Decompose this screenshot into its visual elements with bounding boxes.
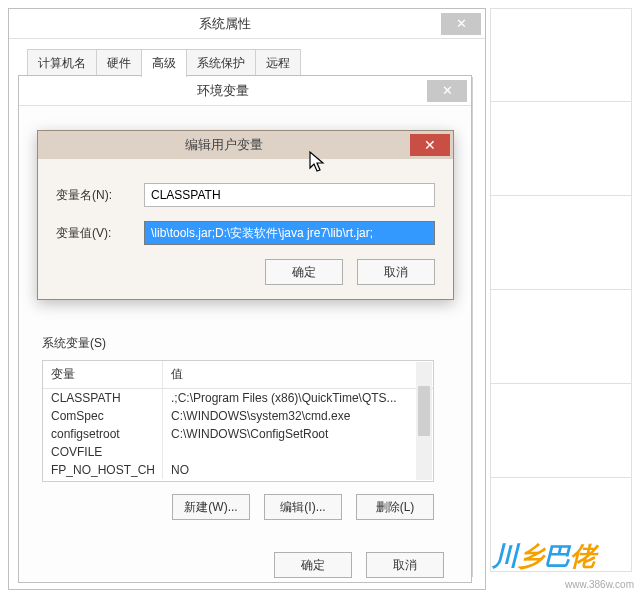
variable-value-row: 变量值(V): (56, 221, 435, 245)
header-value: 值 (163, 361, 433, 388)
table-row[interactable]: configsetrootC:\WINDOWS\ConfigSetRoot (43, 425, 433, 443)
window-title: 环境变量 (19, 82, 427, 100)
right-blank-column (490, 8, 632, 572)
ok-button[interactable]: 确定 (274, 552, 352, 578)
tab-hardware[interactable]: 硬件 (96, 49, 142, 77)
variable-value-input[interactable] (144, 221, 435, 245)
variable-name-input[interactable] (144, 183, 435, 207)
dialog-buttons: 确定 取消 (56, 259, 435, 285)
ok-button[interactable]: 确定 (265, 259, 343, 285)
env-dialog-buttons: 确定 取消 (18, 552, 472, 586)
table-row[interactable]: ComSpecC:\WINDOWS\system32\cmd.exe (43, 407, 433, 425)
system-variables-group: 系统变量(S) 变量 值 CLASSPATH.;C:\Program Files… (42, 335, 434, 520)
delete-button[interactable]: 删除(L) (356, 494, 434, 520)
blank-cell (490, 8, 632, 102)
blank-cell (490, 290, 632, 384)
titlebar: 编辑用户变量 ✕ (38, 131, 453, 159)
tab-remote[interactable]: 远程 (255, 49, 301, 77)
site-logo: 川乡巴佬 (492, 539, 596, 574)
tab-advanced[interactable]: 高级 (141, 49, 187, 77)
group-label: 系统变量(S) (42, 335, 434, 352)
cancel-button[interactable]: 取消 (357, 259, 435, 285)
variable-value-label: 变量值(V): (56, 225, 144, 242)
watermark-text: www.386w.com (565, 579, 634, 590)
table-row[interactable]: FP_NO_HOST_CHNO (43, 461, 433, 479)
variable-name-row: 变量名(N): (56, 183, 435, 207)
scrollbar[interactable] (416, 362, 432, 480)
tab-system-protection[interactable]: 系统保护 (186, 49, 256, 77)
tabs: 计算机名 硬件 高级 系统保护 远程 (27, 49, 485, 77)
close-icon[interactable]: ✕ (441, 13, 481, 35)
header-variable: 变量 (43, 361, 163, 388)
new-button[interactable]: 新建(W)... (172, 494, 250, 520)
system-variables-list[interactable]: 变量 值 CLASSPATH.;C:\Program Files (x86)\Q… (42, 360, 434, 482)
table-row[interactable]: CLASSPATH.;C:\Program Files (x86)\QuickT… (43, 389, 433, 407)
table-row[interactable]: COVFILE (43, 443, 433, 461)
window-title: 编辑用户变量 (38, 136, 410, 154)
system-variables-buttons: 新建(W)... 编辑(I)... 删除(L) (42, 494, 434, 520)
tab-computer-name[interactable]: 计算机名 (27, 49, 97, 77)
scrollbar-thumb[interactable] (418, 386, 430, 436)
blank-cell (490, 384, 632, 478)
window-title: 系统属性 (9, 15, 441, 33)
close-icon[interactable]: ✕ (410, 134, 450, 156)
edit-user-variable-window: 编辑用户变量 ✕ 变量名(N): 变量值(V): 确定 取消 (37, 130, 454, 300)
variable-name-label: 变量名(N): (56, 187, 144, 204)
close-icon[interactable]: ✕ (427, 80, 467, 102)
blank-cell (490, 196, 632, 290)
list-header: 变量 值 (43, 361, 433, 389)
edit-button[interactable]: 编辑(I)... (264, 494, 342, 520)
blank-cell (490, 102, 632, 196)
titlebar: 环境变量 ✕ (19, 76, 471, 106)
titlebar: 系统属性 ✕ (9, 9, 485, 39)
cancel-button[interactable]: 取消 (366, 552, 444, 578)
